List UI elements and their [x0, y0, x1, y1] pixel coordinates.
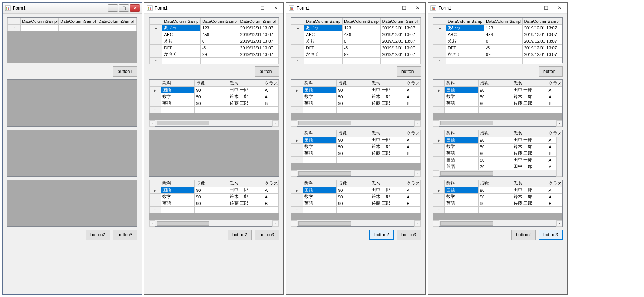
cell[interactable]: 90 [336, 200, 370, 207]
button1[interactable]: button1 [397, 66, 421, 77]
datagridview-3[interactable]: 教科点数氏名クラス国語90田中 一郎A数学50鈴木 二郎A英語90佐藤 三郎B国… [433, 130, 563, 177]
datagridview-1[interactable]: DataColumnSampl DataColumnSampl DataColu… [7, 17, 137, 63]
cell[interactable]: 50 [478, 93, 512, 100]
button2[interactable]: button2 [369, 230, 394, 240]
cell[interactable]: 佐藤 三郎 [370, 200, 405, 207]
cell[interactable]: 2019/12/01 13:07 [522, 31, 562, 38]
cell[interactable]: あいう [304, 25, 343, 31]
cell[interactable]: 50 [478, 194, 512, 200]
cell[interactable]: 50 [194, 93, 228, 100]
cell[interactable]: 50 [336, 194, 370, 200]
cell[interactable]: 50 [194, 194, 228, 200]
cell[interactable]: 90 [478, 100, 512, 107]
cell[interactable]: A [405, 137, 421, 144]
column-header[interactable]: 氏名 [512, 80, 547, 87]
cell[interactable]: A [263, 187, 279, 194]
cell[interactable]: 佐藤 三郎 [512, 150, 547, 157]
cell[interactable]: B [405, 150, 421, 157]
table-row[interactable]: DEF-52019/12/01 13:07 [150, 45, 279, 51]
cell[interactable]: 国語 [303, 87, 336, 93]
column-header[interactable]: 教科 [161, 180, 194, 187]
cell[interactable]: 田中 一郎 [512, 163, 547, 170]
cell[interactable]: A [547, 93, 562, 100]
cell[interactable]: 数学 [445, 194, 478, 200]
cell[interactable]: 鈴木 二郎 [370, 194, 405, 200]
table-row[interactable]: 英語90佐藤 三郎B [433, 200, 562, 207]
table-row[interactable]: 英語90佐藤 三郎B [150, 200, 279, 207]
table-row[interactable]: 国語80田中 一郎A [433, 157, 562, 163]
cell[interactable]: 数学 [303, 93, 336, 100]
cell[interactable]: A [405, 194, 421, 200]
datagridview-2[interactable]: 教科点数氏名クラス国語90田中 一郎A数学50鈴木 二郎A英語90佐藤 三郎B‹… [149, 79, 279, 127]
scroll-thumb[interactable] [157, 221, 209, 226]
cell[interactable]: 2019/12/01 13:07 [239, 38, 278, 45]
cell[interactable]: 2019/12/01 13:07 [239, 31, 278, 38]
cell[interactable]: 2019/12/01 13:07 [522, 38, 562, 45]
titlebar[interactable]: Form1 ─ ▢ ✕ [3, 3, 142, 14]
table-row[interactable]: 英語90佐藤 三郎B [433, 150, 562, 157]
scroll-thumb[interactable] [440, 171, 493, 176]
cell[interactable]: 数学 [161, 93, 194, 100]
datagridview-4[interactable] [7, 180, 137, 227]
table-row[interactable]: 国語90田中 一郎A [150, 187, 279, 194]
scroll-left-icon[interactable]: ‹ [433, 170, 439, 177]
cell[interactable]: 90 [478, 137, 512, 144]
button3[interactable]: button3 [113, 230, 137, 240]
column-header[interactable]: DataColumnSampl [162, 18, 201, 25]
cell[interactable]: 数学 [303, 144, 336, 150]
cell[interactable]: 英語 [161, 200, 194, 207]
column-header[interactable]: 氏名 [370, 180, 405, 187]
cell[interactable]: 2019/12/01 13:07 [380, 45, 420, 51]
cell[interactable]: 国語 [161, 87, 194, 93]
cell[interactable]: 英語 [161, 100, 194, 107]
cell[interactable]: あいう [446, 25, 484, 31]
cell[interactable]: 鈴木 二郎 [228, 194, 263, 200]
table-row[interactable]: 国語90田中 一郎A [433, 187, 562, 194]
table-row[interactable]: 英語70田中 一郎A [433, 163, 562, 170]
cell[interactable]: 田中 一郎 [370, 137, 405, 144]
cell[interactable]: 90 [336, 100, 370, 107]
cell[interactable]: 456 [484, 31, 522, 38]
table-row[interactable]: ABC4562019/12/01 13:07 [433, 31, 562, 38]
cell[interactable]: 国語 [445, 87, 478, 93]
cell[interactable]: A [405, 144, 421, 150]
cell[interactable]: -5 [200, 45, 239, 51]
table-row[interactable]: えお02019/12/01 13:07 [150, 38, 279, 45]
table-row[interactable]: ABC4562019/12/01 13:07 [150, 31, 279, 38]
scroll-right-icon[interactable]: › [272, 120, 279, 127]
table-row[interactable]: 数学50鈴木 二郎A [291, 194, 421, 200]
column-header[interactable]: 教科 [445, 130, 478, 137]
column-header[interactable]: 教科 [303, 180, 336, 187]
cell[interactable]: 鈴木 二郎 [512, 194, 547, 200]
vertical-scrollbar[interactable] [556, 137, 562, 176]
cell[interactable]: 2019/12/01 13:07 [380, 38, 420, 45]
cell[interactable]: ABC [446, 31, 484, 38]
cell[interactable]: 鈴木 二郎 [512, 93, 547, 100]
datagridview-2[interactable]: 教科点数氏名クラス国語90田中 一郎A数学50鈴木 二郎A英語90佐藤 三郎B‹… [291, 79, 421, 127]
table-row[interactable]: 数学50鈴木 二郎A [433, 144, 562, 150]
datagridview-1[interactable]: DataColumnSamplDataColumnSamplDataColumn… [291, 17, 421, 63]
scroll-left-icon[interactable]: ‹ [291, 170, 297, 177]
datagridview-2[interactable] [7, 79, 137, 127]
cell[interactable]: 90 [194, 100, 228, 107]
horizontal-scrollbar[interactable]: ‹› [291, 170, 421, 176]
table-row[interactable]: 国語90田中 一郎A [291, 87, 421, 93]
close-button[interactable]: ✕ [269, 4, 282, 12]
new-row[interactable] [291, 58, 421, 64]
scroll-right-icon[interactable]: › [414, 120, 421, 127]
table-row[interactable]: 英語90佐藤 三郎B [433, 100, 562, 107]
table-row[interactable]: あいう1232019/12/01 13:07 [150, 25, 279, 31]
cell[interactable]: 佐藤 三郎 [512, 100, 547, 107]
column-header[interactable]: DataColumnSampl [58, 18, 97, 25]
button3[interactable]: button3 [397, 230, 421, 240]
cell[interactable]: あいう [162, 25, 201, 31]
column-header[interactable]: DataColumnSampl [484, 18, 522, 25]
cell[interactable]: 123 [342, 25, 380, 31]
new-row[interactable] [291, 207, 421, 213]
cell[interactable]: A [547, 194, 562, 200]
maximize-button[interactable]: ☐ [256, 4, 269, 12]
cell[interactable]: 数学 [303, 194, 336, 200]
cell[interactable]: 90 [336, 187, 370, 194]
cell[interactable]: ABC [162, 31, 201, 38]
cell[interactable]: A [405, 187, 421, 194]
